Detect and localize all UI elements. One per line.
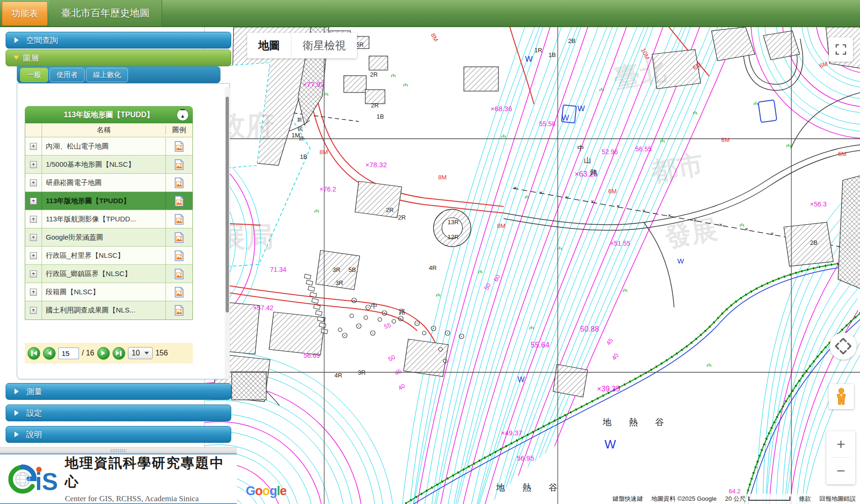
scale-bar — [748, 497, 790, 501]
map-label: 2R — [398, 214, 406, 221]
expand-row-icon[interactable]: + — [30, 270, 37, 277]
first-page-button[interactable] — [28, 347, 40, 360]
map-label: ×57.42 — [253, 304, 273, 312]
page-total: / 16 — [82, 349, 94, 357]
layer-row-9[interactable]: +國土利用調查成果圖【NLS... — [25, 301, 192, 319]
expand-row-icon[interactable]: + — [30, 143, 37, 150]
map-label: W — [577, 104, 585, 113]
pan-control-button[interactable] — [830, 333, 857, 360]
layer-row-2[interactable]: +研鼎崧圖電子地圖 — [25, 174, 192, 192]
legend-icon — [174, 305, 184, 316]
layer-tab-0[interactable]: 一般 — [20, 68, 48, 82]
svg-text:×: × — [668, 213, 671, 219]
zoom-out-button[interactable]: − — [826, 458, 855, 484]
last-page-button[interactable] — [113, 347, 125, 360]
zoom-in-button[interactable]: + — [826, 431, 855, 457]
keyboard-shortcuts-link[interactable]: 鍵盤快速鍵 — [608, 495, 647, 503]
map-label: 8M — [497, 222, 505, 229]
google-logo-letter: o — [263, 484, 270, 498]
google-logo[interactable]: Google — [246, 484, 286, 498]
first-page-icon — [31, 351, 33, 356]
org-name-en: Center for GIS, RCHSS, Academia Sinica — [65, 494, 237, 504]
map-label: 中 — [577, 144, 584, 152]
map-label: 50 — [483, 282, 492, 291]
map-label: 6M — [608, 188, 617, 195]
google-logo-letter: e — [280, 484, 286, 498]
menu-button[interactable]: 功能表 — [2, 1, 48, 26]
legend-icon — [174, 159, 184, 170]
report-error-link[interactable]: 回報地圖錯誤 — [815, 495, 860, 503]
expand-row-icon[interactable]: + — [30, 161, 37, 168]
expand-row-icon[interactable]: + — [30, 216, 37, 223]
collapse-all-button[interactable]: ▲ — [177, 109, 189, 121]
layer-row-0[interactable]: +內湖、松山電子地圖 — [25, 137, 192, 156]
map-label: 3R — [358, 369, 366, 376]
panel-layers[interactable]: 圖層 — [6, 50, 231, 66]
map-label: 40 — [611, 352, 620, 362]
map-canvas[interactable]: ×××××××××××××× 政府展局臺北都市發展 ×77.92×78.32×7… — [205, 27, 860, 504]
map-label: W — [518, 376, 525, 383]
layer-name: 國土利用調查成果圖【NLS... — [42, 301, 166, 319]
page-input[interactable] — [58, 348, 79, 359]
layer-row-8[interactable]: +段籍圖【NLSC】 — [25, 283, 192, 301]
legend-button[interactable] — [166, 250, 192, 261]
layer-row-7[interactable]: +行政區_鄉鎮區界【NLSC】 — [25, 265, 192, 283]
panel-help[interactable]: 說明 — [6, 426, 231, 443]
sidebar-scrollbar[interactable] — [225, 86, 230, 379]
map-label: 12R — [448, 234, 459, 241]
svg-text:×: × — [616, 203, 619, 210]
layer-row-5[interactable]: +Google街景涵蓋圖 — [25, 228, 192, 247]
panel-spatial-query[interactable]: 空間查詢 — [6, 32, 231, 49]
legend-button[interactable] — [166, 269, 192, 279]
expand-row-icon[interactable]: + — [30, 198, 37, 205]
map-label: 5R — [356, 41, 364, 48]
expand-row-icon[interactable]: + — [30, 307, 37, 314]
legend-button[interactable] — [166, 305, 192, 316]
sidebar-splitter[interactable] — [0, 447, 237, 454]
legend-button[interactable] — [166, 214, 192, 225]
map-area[interactable]: ×××××××××××××× 政府展局臺北都市發展 ×77.92×78.32×7… — [204, 27, 860, 504]
legend-button[interactable] — [166, 196, 192, 206]
chevron-right-icon — [14, 432, 21, 437]
panel-label: 空間查詢 — [26, 35, 58, 46]
map-label: 6M — [838, 150, 846, 157]
map-label: 45 — [605, 337, 615, 347]
expand-row-icon[interactable]: + — [30, 289, 37, 296]
map-label: 5B — [348, 266, 356, 273]
legend-button[interactable] — [166, 159, 192, 170]
map-attribution-bar: 鍵盤快速鍵 地圖資料 ©2025 Google 20 公尺 條款 回報地圖錯誤 — [608, 494, 860, 504]
pegman-button[interactable] — [829, 384, 854, 409]
layer-row-6[interactable]: +行政區_村里界【NLSC】 — [25, 247, 192, 265]
expand-row-icon[interactable]: + — [30, 179, 37, 186]
layer-tab-2[interactable]: 線上數化 — [86, 68, 128, 82]
expand-row-icon[interactable]: + — [30, 252, 37, 259]
layer-group-header[interactable]: 113年版地形圖【TPUDD】 ▲ — [25, 106, 192, 123]
map-label: 56.95 — [517, 454, 534, 462]
prev-page-button[interactable] — [43, 347, 56, 360]
legend-button[interactable] — [166, 287, 192, 298]
scrollbar-thumb[interactable] — [226, 97, 229, 312]
svg-text:×: × — [770, 231, 774, 237]
terms-link[interactable]: 條款 — [795, 495, 815, 503]
panel-measure[interactable]: 測量 — [6, 383, 231, 400]
legend-button[interactable] — [166, 177, 192, 188]
layer-row-1[interactable]: +1/5000基本地形圖【NLSC】 — [25, 156, 192, 174]
fullscreen-button[interactable] — [829, 37, 853, 62]
page-size-select[interactable]: 10 — [128, 347, 153, 359]
map-label: ×76.2 — [320, 185, 336, 193]
panel-settings[interactable]: 設定 — [6, 405, 231, 421]
map-label: 6M — [818, 60, 829, 70]
layer-row-4[interactable]: +113年版航測影像【TPUDD... — [25, 210, 192, 228]
layer-row-3[interactable]: +113年版地形圖【TPUDD】 — [25, 192, 192, 210]
legend-icon — [174, 177, 184, 188]
legend-button[interactable] — [166, 232, 192, 243]
expand-row-icon[interactable]: + — [30, 234, 37, 241]
map-label: 1B — [377, 113, 384, 120]
layer-tab-1[interactable]: 使用者 — [50, 68, 85, 82]
legend-icon — [174, 196, 184, 206]
map-type-map-button[interactable]: 地圖 — [247, 33, 291, 58]
legend-button[interactable] — [166, 141, 192, 152]
fullscreen-icon — [835, 43, 847, 56]
next-page-button[interactable] — [97, 347, 110, 360]
map-type-satellite-button[interactable]: 衛星檢視 — [291, 33, 357, 58]
